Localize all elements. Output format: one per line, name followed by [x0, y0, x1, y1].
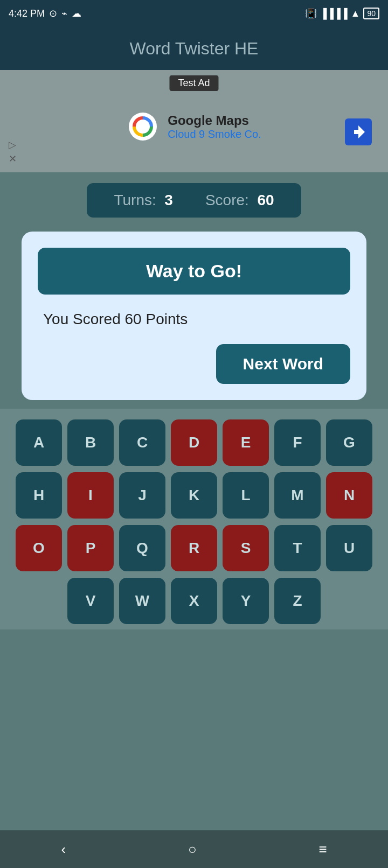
google-logo	[127, 110, 159, 143]
turns-label: Turns: 3	[114, 192, 172, 209]
next-word-button[interactable]: Next Word	[216, 344, 350, 384]
key-m[interactable]: M	[274, 472, 321, 519]
key-row-2: OPQRSTU	[9, 525, 379, 571]
ad-directions-icon[interactable]	[345, 118, 372, 145]
turns-value: 3	[164, 192, 173, 208]
scored-text: You Scored 60 Points	[38, 311, 188, 328]
ad-bottom-icons: ▷ ✕	[9, 139, 17, 165]
ad-close-icon[interactable]: ✕	[9, 153, 17, 165]
key-p[interactable]: P	[67, 525, 114, 571]
status-right: 📳 ▐▐▐▐ ▲ 90	[305, 8, 379, 19]
key-i[interactable]: I	[67, 472, 114, 519]
score-value: 60	[257, 192, 274, 208]
ad-location: Cloud 9 Smoke Co.	[168, 128, 261, 141]
home-button[interactable]: ○	[188, 841, 197, 858]
ad-advertiser: Google Maps	[168, 113, 261, 128]
ad-content[interactable]: Google Maps Cloud 9 Smoke Co.	[127, 110, 261, 143]
key-w[interactable]: W	[119, 578, 165, 624]
key-row-0: ABCDEFG	[9, 419, 379, 466]
key-f[interactable]: F	[274, 419, 321, 466]
back-button[interactable]: ‹	[61, 841, 66, 858]
battery-icon: 90	[363, 8, 379, 19]
key-y[interactable]: Y	[223, 578, 269, 624]
score-label: Score: 60	[205, 192, 274, 209]
status-bar: 4:42 PM ⊙ ⌁ ☁ 📳 ▐▐▐▐ ▲ 90	[0, 0, 388, 27]
wifi-icon: ▲	[351, 8, 361, 19]
key-c[interactable]: C	[119, 419, 165, 466]
app-header: Word Twister HE	[0, 27, 388, 70]
score-pill: Turns: 3 Score: 60	[87, 183, 301, 218]
key-b[interactable]: B	[67, 419, 114, 466]
vibrate-icon: 📳	[305, 8, 317, 19]
whatsapp-icon: ⊙	[49, 8, 57, 19]
key-o[interactable]: O	[16, 525, 62, 571]
app-title: Word Twister HE	[130, 39, 259, 59]
celebration-banner: Way to Go!	[38, 248, 350, 295]
key-t[interactable]: T	[274, 525, 321, 571]
keyboard-area: ABCDEFGHIJKLMNOPQRSTUVWXYZ	[0, 409, 388, 629]
key-v[interactable]: V	[67, 578, 114, 624]
status-left: 4:42 PM ⊙ ⌁ ☁	[9, 8, 81, 19]
key-g[interactable]: G	[326, 419, 372, 466]
dialog-card: Way to Go! You Scored 60 Points Next Wor…	[22, 232, 366, 400]
key-row-1: HIJKLMN	[9, 472, 379, 519]
ad-banner: Test Ad Google Maps Cloud 9 Smoke Co. ▷ …	[0, 70, 388, 172]
ad-play-icon: ▷	[9, 139, 17, 151]
key-n[interactable]: N	[326, 472, 372, 519]
key-x[interactable]: X	[171, 578, 217, 624]
key-s[interactable]: S	[223, 525, 269, 571]
signal-icon: ▐▐▐▐	[320, 8, 348, 19]
cloud-icon: ☁	[72, 8, 81, 19]
nav-bar: ‹ ○ ≡	[0, 830, 388, 868]
menu-button[interactable]: ≡	[318, 841, 327, 858]
score-bar: Turns: 3 Score: 60	[0, 172, 388, 223]
key-d[interactable]: D	[171, 419, 217, 466]
key-e[interactable]: E	[223, 419, 269, 466]
key-j[interactable]: J	[119, 472, 165, 519]
key-l[interactable]: L	[223, 472, 269, 519]
svg-marker-1	[354, 125, 365, 138]
usb-icon: ⌁	[61, 8, 67, 19]
key-z[interactable]: Z	[274, 578, 321, 624]
ad-label: Test Ad	[169, 75, 218, 91]
time-display: 4:42 PM	[9, 8, 45, 19]
key-k[interactable]: K	[171, 472, 217, 519]
key-u[interactable]: U	[326, 525, 372, 571]
key-row-3: VWXYZ	[9, 578, 379, 624]
key-q[interactable]: Q	[119, 525, 165, 571]
key-h[interactable]: H	[16, 472, 62, 519]
ad-text-block: Google Maps Cloud 9 Smoke Co.	[168, 113, 261, 141]
key-a[interactable]: A	[16, 419, 62, 466]
key-r[interactable]: R	[171, 525, 217, 571]
